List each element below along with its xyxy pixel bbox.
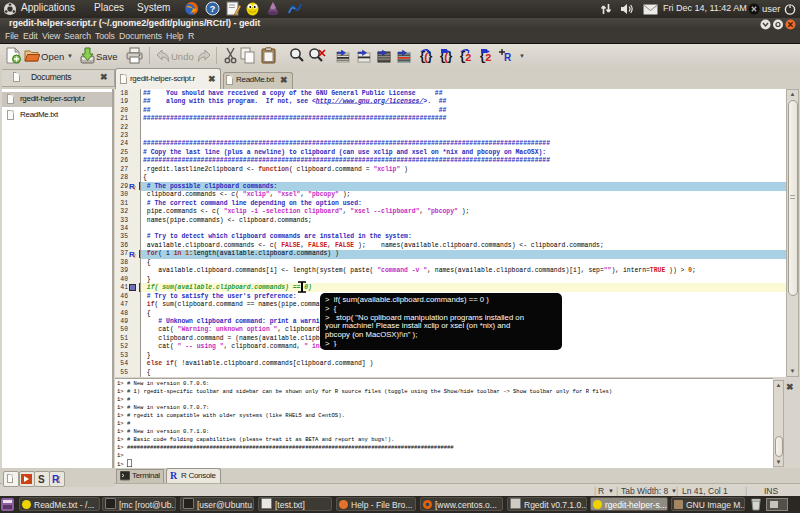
svg-text:?: ? bbox=[210, 4, 216, 14]
svg-text:(: ( bbox=[134, 185, 136, 190]
svg-text:S: S bbox=[38, 474, 45, 485]
svg-text:(: ( bbox=[443, 52, 450, 64]
svg-text:(: ( bbox=[134, 253, 136, 258]
svg-text:R: R bbox=[504, 52, 512, 63]
svg-text:R: R bbox=[170, 470, 178, 481]
svg-text:2: 2 bbox=[485, 52, 492, 64]
svg-text:(: ( bbox=[58, 475, 61, 483]
